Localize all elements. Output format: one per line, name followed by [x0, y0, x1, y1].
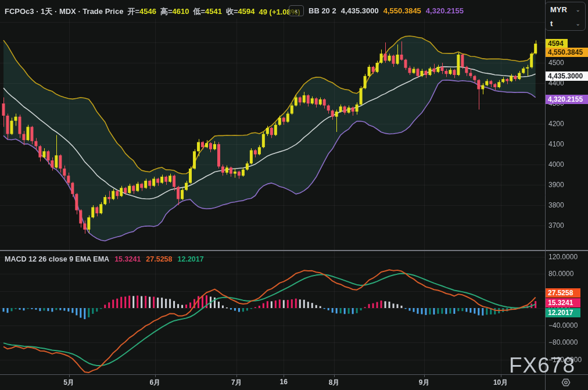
price-tick-label: 3700: [548, 221, 564, 230]
chart-canvas[interactable]: [0, 0, 588, 390]
price-tick-label: 3900: [548, 181, 564, 189]
price-badge: 4,435.3000: [546, 71, 588, 81]
macd-badge: 27.5258: [546, 288, 580, 298]
time-tick-label: 7月: [224, 378, 249, 388]
macd-label: MACD 12 26 close 9 EMA EMA: [5, 255, 109, 263]
symbol-header: FCPOc3 · 1天 · MDX · Trade Price 开=4546 高…: [5, 6, 300, 17]
macd-badge: 15.3241: [546, 298, 580, 307]
trading-chart-app: FCPOc3 · 1天 · MDX · Trade Price 开=4546 高…: [0, 0, 588, 390]
currency-unit-selector: MYR ⌄ t ⌄: [545, 2, 586, 31]
macd-tick-label: 120.0000: [548, 253, 578, 261]
price-tick-label: 4200: [548, 120, 564, 128]
time-tick-label: 6月: [142, 378, 168, 388]
chevron-down-icon: ⌄: [576, 20, 580, 27]
symbol-title: FCPOc3 · 1天 · MDX · Trade Price: [5, 6, 123, 17]
macd-tick-label: −80.0000: [548, 338, 578, 346]
unit-value: t: [550, 19, 553, 28]
bb-upper-value: 4,550.3845: [383, 6, 421, 15]
macd-tick-label: −40.0000: [548, 321, 578, 330]
settings-gear-icon[interactable]: [561, 377, 571, 388]
price-tick-label: 4000: [548, 160, 564, 169]
collapse-indicator-button[interactable]: ‹: [289, 5, 304, 16]
ohlc-high: 高=4610: [160, 6, 189, 17]
ohlc-open: 开=4546: [127, 6, 156, 17]
price-badge: 4594: [546, 39, 568, 48]
time-tick-label: 16: [271, 378, 296, 386]
price-badge: 4,550.3845: [546, 48, 588, 57]
ohlc-close: 收=4594: [226, 6, 255, 17]
price-tick-label: 4100: [548, 140, 564, 148]
macd-signal-value: 12.2017: [178, 255, 204, 263]
unit-dropdown[interactable]: t ⌄: [546, 16, 585, 30]
chevron-down-icon: ⌄: [576, 6, 580, 13]
currency-dropdown[interactable]: MYR ⌄: [546, 2, 585, 16]
time-tick-label: 5月: [56, 378, 82, 388]
ohlc-low: 低=4541: [193, 6, 222, 17]
price-tick-label: 4500: [548, 59, 564, 67]
time-tick-label: 9月: [411, 378, 437, 388]
price-tick-label: 3800: [548, 201, 564, 209]
macd-hist-value: 15.3241: [114, 255, 141, 263]
macd-line-value: 27.5258: [146, 255, 172, 263]
macd-legend: MACD 12 26 close 9 EMA EMA 15.3241 27.52…: [5, 255, 204, 263]
bb-mid-value: 4,435.3000: [341, 6, 379, 15]
watermark: FX678: [509, 353, 586, 378]
price-badge: 4,320.2155: [546, 95, 588, 104]
bb-lower-value: 4,320.2155: [426, 6, 464, 15]
time-tick-label: 10月: [488, 378, 514, 388]
indicator-name: BB 20 2: [309, 6, 336, 15]
macd-tick-label: 80.0000: [548, 270, 573, 278]
time-tick-label: 8月: [321, 378, 347, 388]
bollinger-legend: ‹ BB 20 2 4,435.3000 4,550.3845 4,320.21…: [289, 5, 464, 16]
currency-value: MYR: [550, 5, 567, 14]
macd-badge: 12.2017: [546, 308, 580, 317]
